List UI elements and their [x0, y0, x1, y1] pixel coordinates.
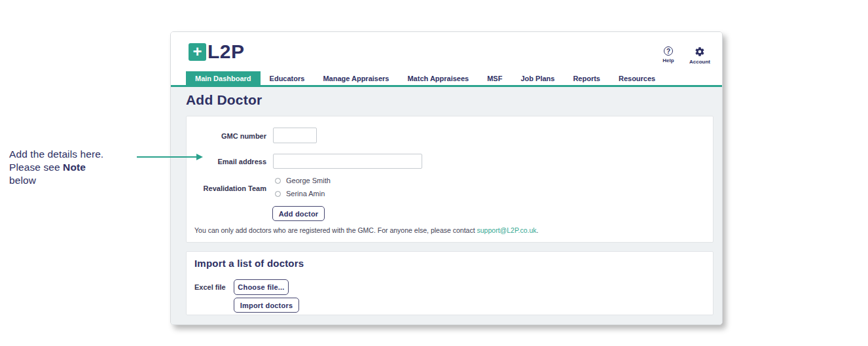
radio-option-george-smith[interactable]: George Smith — [275, 177, 331, 184]
radio-icon[interactable] — [275, 178, 281, 184]
gear-icon — [695, 46, 705, 57]
support-email-link[interactable]: support@L2P.co.uk — [477, 226, 537, 234]
import-doctors-button[interactable]: Import doctors — [234, 298, 299, 313]
annotation-line-2: Please see Note — [9, 161, 103, 174]
account-label: Account — [689, 59, 710, 65]
email-address-input[interactable] — [273, 154, 422, 169]
radio-label: Serina Amin — [286, 190, 325, 198]
logo-text: L2P — [208, 41, 245, 63]
help-button[interactable]: ? Help — [657, 46, 680, 65]
radio-label: George Smith — [286, 177, 331, 184]
note-text: You can only add doctors who are registe… — [194, 226, 477, 234]
tab-manage-appraisers[interactable]: Manage Appraisers — [314, 71, 398, 85]
account-button[interactable]: Account — [688, 46, 712, 65]
note-suffix: . — [537, 226, 539, 234]
gmc-number-label: GMC number — [194, 132, 266, 140]
annotation-line-3: below — [9, 174, 103, 187]
page-title: Add Doctor — [186, 92, 262, 108]
excel-file-label: Excel file — [194, 283, 226, 291]
annotation-line-1: Add the details here. — [9, 148, 103, 161]
tab-resources[interactable]: Resources — [609, 71, 664, 85]
radio-icon[interactable] — [275, 191, 281, 197]
tab-msf[interactable]: MSF — [478, 71, 511, 85]
tab-reports[interactable]: Reports — [564, 71, 609, 85]
revalidation-team-label: Revalidation Team — [194, 184, 266, 192]
annotation-text: Add the details here. Please see Note be… — [9, 148, 103, 187]
header-actions: ? Help Account — [657, 46, 712, 65]
choose-file-button[interactable]: Choose file... — [234, 279, 289, 295]
gmc-note: You can only add doctors who are registe… — [194, 226, 538, 234]
add-doctor-card: GMC number Email address Revalidation Te… — [186, 116, 714, 243]
annotation-arrow — [137, 156, 197, 158]
email-address-label: Email address — [194, 158, 266, 165]
l2p-logo: + L2P — [189, 41, 245, 63]
logo-plus-icon: + — [189, 43, 206, 61]
annotation-note-word: Note — [63, 162, 86, 173]
help-icon: ? — [664, 46, 673, 56]
tab-job-plans[interactable]: Job Plans — [511, 71, 564, 85]
help-label: Help — [662, 58, 674, 63]
import-doctors-card: Import a list of doctors Excel file Choo… — [186, 251, 714, 315]
gmc-number-input[interactable] — [273, 128, 317, 143]
app-header: + L2P ? Help Account — [171, 32, 722, 71]
add-doctor-button[interactable]: Add doctor — [272, 206, 325, 221]
tab-main-dashboard[interactable]: Main Dashboard — [186, 71, 261, 85]
main-nav: Main Dashboard Educators Manage Appraise… — [186, 71, 664, 85]
radio-option-serina-amin[interactable]: Serina Amin — [275, 190, 325, 198]
tab-match-appraisees[interactable]: Match Appraisees — [398, 71, 478, 85]
app-window: + L2P ? Help Account Main Dashboard Educ… — [170, 31, 723, 325]
import-section-title: Import a list of doctors — [194, 258, 304, 269]
page-content: Add Doctor GMC number Email address Reva… — [171, 87, 722, 325]
tab-educators[interactable]: Educators — [261, 71, 314, 85]
